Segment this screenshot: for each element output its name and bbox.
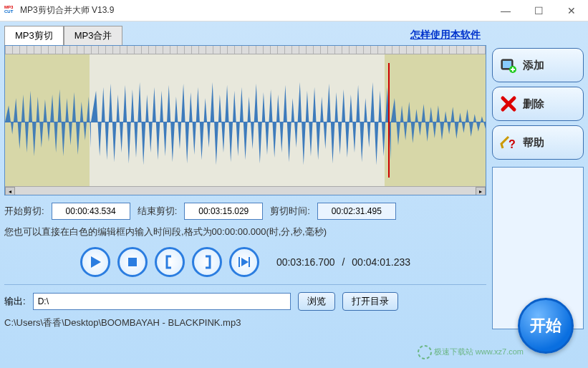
end-cut-input[interactable] bbox=[184, 203, 263, 220]
bracket-left-icon bbox=[163, 255, 177, 269]
window-title: MP3剪切合并大师 V13.9 bbox=[20, 4, 489, 16]
help-link[interactable]: 怎样使用本软件 bbox=[410, 29, 481, 42]
titlebar: MP3 CUT MP3剪切合并大师 V13.9 — ☐ ✕ bbox=[0, 0, 588, 21]
help-button[interactable]: ? 帮助 bbox=[492, 125, 584, 160]
add-button-label: 添加 bbox=[523, 59, 544, 72]
waveform-svg bbox=[5, 54, 486, 190]
watermark: 极速下载站 www.xz7.com bbox=[418, 345, 524, 359]
total-time: 00:04:01.233 bbox=[352, 256, 410, 268]
horizontal-scrollbar[interactable]: ◂ ▸ bbox=[5, 186, 486, 195]
minimize-button[interactable]: — bbox=[489, 0, 522, 21]
svg-marker-4 bbox=[241, 258, 249, 266]
svg-rect-7 bbox=[503, 61, 511, 68]
start-button-label: 开始 bbox=[530, 315, 562, 336]
app-body: MP3剪切 MP3合并 怎样使用本软件 bbox=[0, 21, 588, 368]
add-button[interactable]: 添加 bbox=[492, 48, 584, 82]
play-icon bbox=[88, 255, 102, 269]
help-icon: ? bbox=[500, 134, 517, 151]
tab-merge[interactable]: MP3合并 bbox=[64, 26, 123, 45]
playback-cursor[interactable] bbox=[388, 63, 390, 178]
format-hint: 您也可以直接在白色的编辑框内输入时间段,格式为00:00:00.000(时,分,… bbox=[4, 226, 486, 238]
ruler-top bbox=[5, 46, 486, 54]
svg-rect-3 bbox=[238, 257, 240, 267]
svg-point-10 bbox=[418, 346, 431, 359]
current-time: 00:03:16.700 bbox=[276, 256, 335, 268]
scroll-left-button[interactable]: ◂ bbox=[5, 187, 15, 195]
playback-controls: 00:03:16.700 / 00:04:01.233 bbox=[4, 247, 486, 277]
svg-rect-5 bbox=[249, 257, 250, 267]
tab-bar: MP3剪切 MP3合并 bbox=[4, 26, 584, 45]
play-selection-button[interactable] bbox=[229, 247, 259, 277]
mark-end-button[interactable] bbox=[192, 247, 222, 277]
close-button[interactable]: ✕ bbox=[555, 0, 588, 21]
help-button-label: 帮助 bbox=[523, 136, 544, 150]
app-icon: MP3 CUT bbox=[4, 5, 16, 16]
play-range-icon bbox=[237, 255, 251, 269]
svg-rect-2 bbox=[128, 258, 137, 266]
stop-button[interactable] bbox=[117, 247, 148, 277]
tab-cut[interactable]: MP3剪切 bbox=[4, 26, 64, 45]
maximize-button[interactable]: ☐ bbox=[522, 0, 555, 21]
start-button[interactable]: 开始 bbox=[518, 298, 574, 354]
duration-display: 00:02:31.495 bbox=[317, 203, 396, 220]
x-icon bbox=[500, 95, 517, 112]
time-display: 00:03:16.700 / 00:04:01.233 bbox=[276, 256, 410, 268]
bracket-right-icon bbox=[200, 255, 214, 269]
svg-text:?: ? bbox=[509, 138, 516, 150]
start-cut-label: 开始剪切: bbox=[4, 205, 44, 218]
delete-button[interactable]: 删除 bbox=[492, 87, 584, 121]
output-label: 输出: bbox=[4, 295, 26, 308]
output-path-input[interactable] bbox=[33, 293, 291, 310]
start-cut-input[interactable] bbox=[52, 203, 130, 220]
delete-button-label: 删除 bbox=[523, 97, 544, 111]
film-add-icon bbox=[500, 57, 517, 74]
wave-area[interactable] bbox=[5, 54, 486, 186]
svg-marker-1 bbox=[91, 256, 101, 268]
divider bbox=[4, 284, 486, 285]
end-cut-label: 结束剪切: bbox=[138, 205, 178, 218]
play-button[interactable] bbox=[80, 247, 110, 277]
duration-label: 剪切时间: bbox=[270, 205, 310, 218]
scroll-right-button[interactable]: ▸ bbox=[476, 187, 486, 195]
stop-icon bbox=[125, 255, 140, 269]
scroll-track[interactable] bbox=[15, 187, 476, 195]
browse-button[interactable]: 浏览 bbox=[298, 292, 335, 311]
mark-start-button[interactable] bbox=[155, 247, 185, 277]
waveform-display[interactable]: ◂ ▸ bbox=[4, 45, 486, 195]
file-path-display: C:\Users\香香\Desktop\BOOMBAYAH - BLACKPIN… bbox=[4, 316, 486, 329]
open-dir-button[interactable]: 打开目录 bbox=[342, 292, 398, 311]
